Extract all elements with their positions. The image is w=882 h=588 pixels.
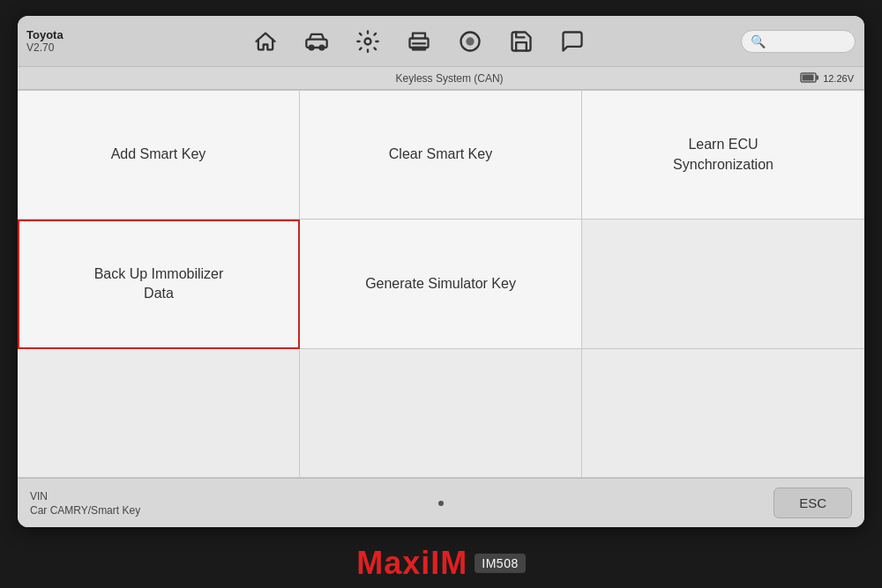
svg-rect-9 (803, 74, 814, 80)
print-icon (407, 29, 431, 54)
settings-icon-btn[interactable] (350, 24, 385, 59)
generate-simulator-cell[interactable]: Generate Simulator Key (300, 220, 582, 348)
save-icon (509, 29, 534, 54)
search-icon: 🔍 (751, 34, 766, 48)
add-smart-key-cell[interactable]: Add Smart Key (18, 91, 300, 220)
svg-point-3 (365, 38, 371, 44)
branding: MaxiIM IM508 (356, 545, 525, 582)
generate-simulator-label: Generate Simulator Key (365, 274, 516, 294)
battery-value: 12.26V (823, 73, 854, 84)
home-icon-btn[interactable] (248, 24, 283, 59)
record-icon-btn[interactable] (452, 24, 488, 59)
empty-cell-3-1 (18, 349, 300, 478)
bottom-info: VIN Car CAMRY/Smart Key (30, 490, 774, 517)
function-grid: Add Smart Key Clear Smart Key Learn ECUS… (18, 90, 864, 478)
main-content: Add Smart Key Clear Smart Key Learn ECUS… (18, 90, 864, 478)
record-icon (458, 29, 482, 54)
device-frame: Toyota V2.70 (18, 16, 864, 527)
status-bar: Keyless System (CAN) 12.26V (18, 67, 864, 90)
battery-indicator: 12.26V (800, 72, 854, 85)
print-icon-btn[interactable] (401, 24, 437, 59)
home-icon (253, 29, 278, 54)
car-icon-btn[interactable] (299, 24, 334, 59)
toolbar: Toyota V2.70 (18, 16, 864, 67)
empty-cell-3-2 (300, 349, 582, 478)
save-icon-btn[interactable] (504, 24, 539, 59)
brand-info: Toyota V2.70 (26, 28, 97, 54)
esc-button[interactable]: ESC (774, 488, 852, 518)
add-smart-key-label: Add Smart Key (111, 145, 206, 164)
empty-cell-3-3 (582, 349, 864, 478)
scroll-indicator (438, 501, 444, 506)
back-up-immobilizer-cell[interactable]: Back Up ImmobilizerData (18, 220, 300, 348)
bottom-bar: VIN Car CAMRY/Smart Key ESC (18, 478, 864, 527)
brand-maxiim: MaxiIM (356, 545, 467, 582)
search-input[interactable] (769, 35, 848, 48)
search-bar[interactable]: 🔍 (741, 30, 856, 53)
car-label: Car CAMRY/Smart Key (30, 504, 774, 517)
learn-ecu-cell[interactable]: Learn ECUSynchronization (582, 91, 864, 220)
status-title: Keyless System (CAN) (99, 72, 800, 85)
battery-svg (800, 72, 819, 83)
brand-version: V2.70 (26, 41, 97, 54)
car-icon (304, 29, 329, 54)
clear-smart-key-cell[interactable]: Clear Smart Key (300, 91, 582, 220)
learn-ecu-label: Learn ECUSynchronization (673, 135, 774, 175)
battery-icon (800, 72, 819, 85)
brand-model: IM508 (475, 554, 525, 573)
message-icon (560, 29, 585, 54)
settings-icon (355, 29, 380, 54)
svg-rect-8 (816, 75, 818, 79)
toolbar-icons (97, 24, 741, 59)
message-icon-btn[interactable] (555, 24, 590, 59)
empty-cell-2-3 (582, 220, 864, 348)
svg-point-6 (466, 37, 474, 45)
brand-name: Toyota (26, 28, 97, 41)
clear-smart-key-label: Clear Smart Key (389, 145, 492, 164)
back-up-immobilizer-label: Back Up ImmobilizerData (94, 264, 224, 304)
vin-label: VIN (30, 490, 774, 502)
